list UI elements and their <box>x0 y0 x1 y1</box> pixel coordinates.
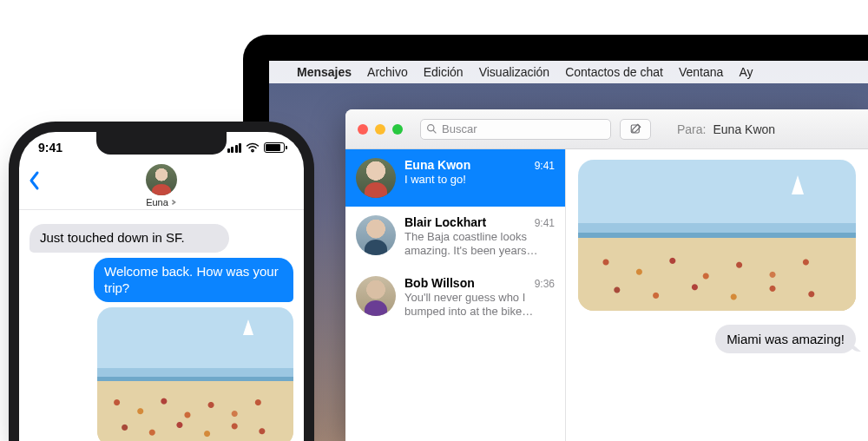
search-icon <box>426 123 437 135</box>
conversation-preview: You'll never guess who I bumped into at … <box>404 291 555 319</box>
mac-menu-bar: Mensajes Archivo Edición Visualización C… <box>269 61 868 83</box>
to-recipient[interactable]: Euna Kwon <box>713 122 775 136</box>
conversation-pane: Miami was amazing! <box>566 149 868 441</box>
wifi-icon <box>246 142 260 153</box>
photo-detail-beach <box>97 384 293 441</box>
incoming-message-bubble[interactable]: Just touched down in SF. <box>30 224 229 253</box>
search-input[interactable]: Buscar <box>420 119 611 140</box>
conversation-sidebar: Euna Kwon 9:41 I want to go! Blair Lockh… <box>345 149 566 441</box>
avatar <box>356 276 396 316</box>
menu-item-file[interactable]: Archivo <box>367 65 408 79</box>
iphone-device: 9:41 Euna Just touched down in SF. Welco… <box>19 132 304 441</box>
status-clock: 9:41 <box>38 141 62 155</box>
menu-item-help[interactable]: Ay <box>739 65 753 79</box>
messages-window: Buscar Para: Euna Kwon Euna Kwon 9:41 <box>345 109 868 441</box>
avatar <box>146 164 177 195</box>
conversation-preview: I want to go! <box>404 173 555 187</box>
conversation-name: Bob Willson <box>404 276 475 290</box>
close-button[interactable] <box>358 124 368 135</box>
menu-app-name[interactable]: Mensajes <box>297 65 352 79</box>
menu-item-window[interactable]: Ventana <box>679 65 723 79</box>
conversation-name: Blair Lockhart <box>404 215 486 229</box>
contact-name: Euna <box>146 197 168 207</box>
conversation-header: Euna <box>19 161 304 210</box>
outgoing-message-bubble[interactable]: Welcome back. How was your trip? <box>94 258 293 303</box>
message-photo-attachment[interactable] <box>97 307 293 441</box>
conversation-time: 9:41 <box>535 160 555 172</box>
compose-icon <box>629 122 642 135</box>
conversation-time: 9:41 <box>535 217 555 229</box>
window-titlebar: Buscar Para: Euna Kwon <box>345 109 868 149</box>
to-field: Para: Euna Kwon <box>677 122 775 136</box>
search-placeholder: Buscar <box>442 122 477 135</box>
conversation-row[interactable]: Blair Lockhart 9:41 The Baja coastline l… <box>345 207 565 267</box>
battery-icon <box>264 142 285 153</box>
incoming-message-bubble[interactable]: Miami was amazing! <box>715 325 856 353</box>
menu-item-buddies[interactable]: Contactos de chat <box>565 65 663 79</box>
back-button[interactable] <box>28 170 45 194</box>
menu-item-edit[interactable]: Edición <box>424 65 464 79</box>
svg-line-1 <box>433 130 436 133</box>
chevron-left-icon <box>28 170 40 191</box>
contact-header[interactable]: Euna <box>146 164 177 207</box>
to-label: Para: <box>677 122 706 136</box>
mac-desktop-region: Mensajes Archivo Edición Visualización C… <box>243 0 868 441</box>
conversation-time: 9:36 <box>535 278 555 290</box>
conversation-name: Euna Kwon <box>404 158 470 172</box>
photo-detail-sailboat <box>243 319 253 335</box>
chevron-right-icon <box>170 199 177 206</box>
cellular-icon <box>227 143 242 153</box>
zoom-button[interactable] <box>392 124 403 135</box>
svg-point-0 <box>428 125 434 131</box>
traffic-lights <box>345 124 415 135</box>
message-thread[interactable]: Just touched down in SF. Welcome back. H… <box>19 215 304 441</box>
conversation-preview: The Baja coastline looks amazing. It's b… <box>404 230 555 259</box>
menu-item-view[interactable]: Visualización <box>479 65 549 79</box>
photo-detail-sailboat <box>792 175 804 194</box>
photo-detail-beach <box>578 241 856 311</box>
avatar <box>356 158 396 198</box>
message-photo-attachment[interactable] <box>578 160 856 311</box>
compose-button[interactable] <box>620 119 651 140</box>
conversation-row[interactable]: Euna Kwon 9:41 I want to go! <box>345 149 565 207</box>
avatar <box>356 215 396 255</box>
iphone-notch <box>96 132 227 155</box>
minimize-button[interactable] <box>375 124 385 135</box>
conversation-row[interactable]: Bob Willson 9:36 You'll never guess who … <box>345 267 565 328</box>
